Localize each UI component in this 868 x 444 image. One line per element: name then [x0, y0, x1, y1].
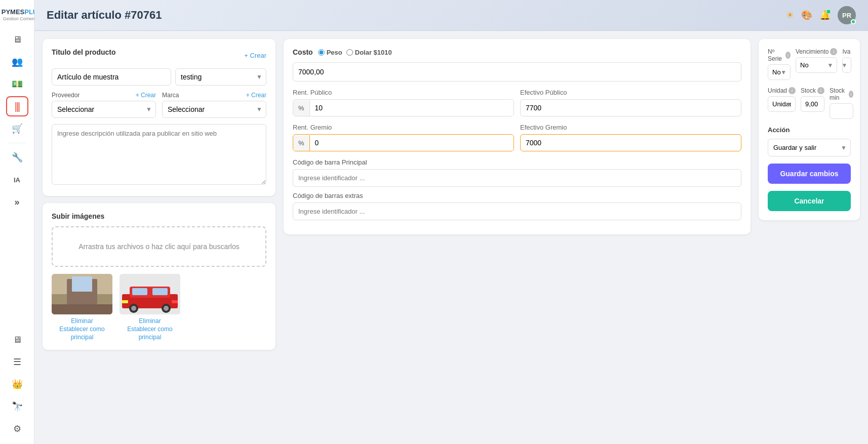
cart-icon: 🛒 [12, 123, 23, 134]
barcode-principal-input[interactable] [293, 169, 741, 187]
sidebar-item-crown[interactable]: 👑 [6, 374, 28, 394]
stock-field: Stock i [801, 87, 824, 119]
delete-image-1-link[interactable]: Eliminar [71, 317, 93, 325]
monitor-icon: 🖥 [13, 335, 22, 345]
avatar-online-dot [851, 19, 856, 24]
rent-gremio-input[interactable] [310, 135, 514, 151]
vencimiento-label: Vencimiento [796, 48, 828, 55]
peso-radio[interactable] [318, 49, 325, 56]
supplier-label: Proveedor [52, 92, 80, 99]
dolar-radio-label[interactable]: Dolar $1010 [346, 49, 392, 56]
create-category-link[interactable]: + Crear [244, 52, 266, 59]
iva-select[interactable]: 0 10.5 21 [842, 57, 851, 73]
rent-publico-input[interactable] [310, 100, 514, 116]
sidebar-item-finance[interactable]: 💵 [6, 74, 28, 94]
cost-input[interactable] [293, 62, 741, 82]
main-content: Editar artículo #70761 ☀ 🎨 🔔 PR Titulo d… [34, 0, 868, 444]
ia-icon: IA [14, 176, 20, 184]
sidebar-item-list[interactable]: ☰ [6, 352, 28, 372]
sun-icon[interactable]: ☀ [786, 10, 794, 21]
iva-select-wrapper: 0 10.5 21 ▼ [842, 57, 851, 73]
efectivo-publico-label: Efectivo Público [520, 89, 741, 96]
users-icon: 👥 [12, 56, 23, 67]
bell-wrapper: 🔔 [819, 10, 831, 21]
unidad-info-icon[interactable]: i [788, 87, 796, 94]
vencimiento-field: Vencimiento i No Sí ▼ [796, 48, 837, 80]
stock-min-info-icon[interactable]: i [849, 91, 853, 98]
currency-radio-group: Peso Dolar $1010 [318, 49, 392, 56]
dolar-radio[interactable] [346, 49, 353, 56]
vencimiento-select-wrapper: No Sí ▼ [796, 57, 837, 73]
create-brand-link[interactable]: + Crear [246, 92, 266, 99]
brand-field-group: Marca + Crear Seleccionar ▼ [162, 92, 266, 118]
stock-min-input[interactable] [830, 103, 853, 119]
rent-gremio-label: Rent. Gremio [293, 124, 514, 131]
stock-input[interactable] [801, 96, 824, 112]
category-select[interactable]: testing [175, 68, 266, 86]
serie-select[interactable]: No Sí [768, 64, 791, 80]
sidebar-item-tools[interactable]: 🔧 [6, 147, 28, 168]
accion-section: Acción Guardar y salir Guardar y continu… [768, 126, 851, 156]
svg-rect-4 [52, 304, 112, 314]
serie-label: Nº Serie [768, 48, 784, 62]
set-main-image-2-link[interactable]: Establecer como [127, 326, 172, 333]
barcode-extras-input[interactable] [293, 203, 741, 220]
brand-select[interactable]: Seleccionar [162, 101, 266, 118]
sidebar-item-users[interactable]: 👥 [6, 52, 28, 72]
sidebar-item-monitor[interactable]: 🖥 [6, 330, 28, 350]
sidebar-divider [8, 143, 26, 143]
notification-dot [826, 9, 831, 14]
product-title-card: Titulo del producto + Crear testing ▼ [43, 39, 275, 196]
barcode-extras-label: Código de barras extras [293, 192, 741, 199]
create-supplier-link[interactable]: + Crear [136, 92, 156, 99]
barcode-principal-label: Código de barra Principal [293, 158, 741, 166]
image-thumb-car [120, 274, 180, 314]
sidebar-item-pos[interactable]: 🖥 [6, 29, 28, 50]
product-name-input[interactable] [52, 68, 171, 86]
rent-publico-prefix: % [293, 100, 310, 116]
left-column: Titulo del producto + Crear testing ▼ [43, 39, 275, 436]
rent-gremio-input-wrapper: % [293, 134, 514, 151]
set-main-image-1-link-2[interactable]: principal [71, 334, 94, 341]
efectivo-publico-group: Efectivo Público [520, 89, 741, 116]
svg-rect-8 [132, 288, 147, 295]
peso-radio-label[interactable]: Peso [318, 49, 342, 56]
sidebar-item-settings[interactable]: ⚙ [6, 419, 28, 439]
supplier-select[interactable]: Seleccionar [52, 101, 156, 118]
save-changes-button[interactable]: Guardar cambios [768, 164, 851, 184]
content-area: Titulo del producto + Crear testing ▼ [34, 31, 868, 444]
efectivo-gremio-input[interactable] [520, 134, 741, 151]
unidad-select[interactable]: Unidad Kg Litro [768, 96, 796, 112]
efectivo-publico-input[interactable] [520, 99, 741, 116]
drop-zone[interactable]: Arrastra tus archivos o haz clic aquí pa… [52, 226, 266, 267]
vencimiento-info-icon[interactable]: i [830, 48, 837, 55]
accion-select[interactable]: Guardar y salir Guardar y continuar [768, 139, 851, 156]
set-main-image-1-link[interactable]: Establecer como [59, 326, 104, 333]
vencimiento-select[interactable]: No Sí [796, 57, 837, 73]
header: Editar artículo #70761 ☀ 🎨 🔔 PR [34, 0, 868, 31]
avatar[interactable]: PR [838, 6, 856, 24]
images-card: Subir imágenes Arrastra tus archivos o h… [43, 203, 275, 350]
svg-rect-9 [152, 288, 168, 295]
set-main-image-2-link-2[interactable]: principal [139, 334, 162, 341]
cancel-button[interactable]: Cancelar [768, 191, 851, 211]
palette-icon[interactable]: 🎨 [801, 10, 812, 21]
sidebar-item-cart[interactable]: 🛒 [6, 118, 28, 139]
delete-image-2-link[interactable]: Eliminar [139, 317, 161, 325]
image-thumb-room [52, 274, 112, 314]
unidad-select-wrapper: Unidad Kg Litro ▼ [768, 96, 796, 112]
sidebar-item-binoculars[interactable]: 🔭 [6, 396, 28, 417]
accion-select-wrapper: Guardar y salir Guardar y continuar ▼ [768, 139, 851, 156]
list-icon: ☰ [13, 356, 21, 368]
pos-icon: 🖥 [13, 34, 22, 45]
sidebar-item-ia[interactable]: IA [6, 170, 28, 190]
center-column: Costo Peso Dolar $1010 [284, 39, 751, 436]
accion-label: Acción [768, 126, 851, 134]
serie-info-icon[interactable]: i [785, 52, 791, 59]
sidebar-item-barcode[interactable]: ||| [6, 96, 28, 116]
serie-field: Nº Serie i No Sí ▼ [768, 48, 791, 80]
sidebar-item-expand[interactable]: » [6, 192, 28, 212]
image-actions-2: Eliminar Establecer como principal [127, 317, 172, 341]
description-textarea[interactable] [52, 124, 266, 185]
stock-info-icon[interactable]: i [817, 87, 824, 94]
